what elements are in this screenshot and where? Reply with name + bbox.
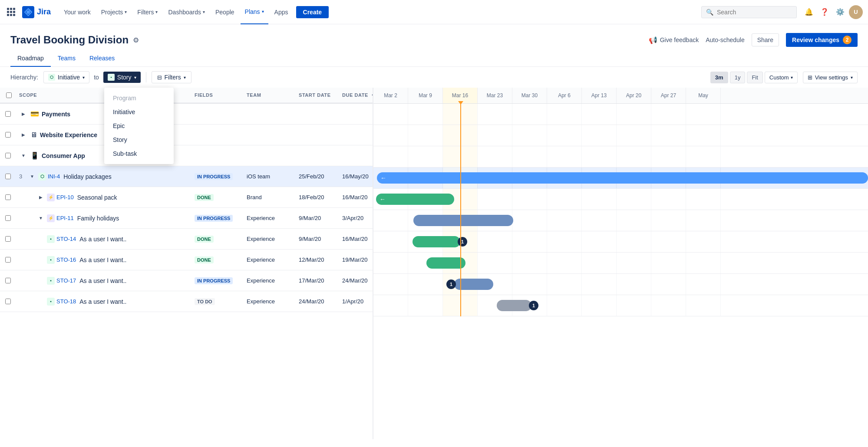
epi10-key[interactable]: EPI-10 xyxy=(56,194,74,200)
dropdown-item-initiative[interactable]: Initiative xyxy=(104,105,174,119)
sto17-icon: ▪ xyxy=(47,277,55,285)
row-checkbox[interactable] xyxy=(0,194,17,200)
nav-item-apps[interactable]: Apps xyxy=(270,0,293,24)
table-header: SCOPE FIELDS Team Start date Due date ··… xyxy=(0,88,373,104)
row-checkbox-sto17[interactable] xyxy=(5,278,11,283)
gantt-bar-sto17[interactable] xyxy=(454,279,493,290)
row-checkbox-website[interactable] xyxy=(5,132,11,138)
gantt-col-mar2: Mar 2 xyxy=(373,88,408,103)
table-row-ini4: 3 ▼ ⬡ INI-4 Holiday packages IN PROGRESS… xyxy=(0,166,373,187)
gantt-bar-ini4[interactable]: ← xyxy=(377,172,868,184)
time-controls: 3m 1y Fit Custom ▾ ⊞ View settings ▾ xyxy=(710,72,858,83)
autoschedule-button[interactable]: Auto-schedule xyxy=(706,36,745,43)
gantt-bar-sto16[interactable] xyxy=(426,257,465,269)
dropdown-item-program[interactable]: Program xyxy=(104,91,174,105)
tab-releases[interactable]: Releases xyxy=(83,50,122,67)
feedback-button[interactable]: 📢 Give feedback xyxy=(649,36,699,44)
sto14-status: DONE xyxy=(195,236,214,243)
dropdown-item-story[interactable]: Story xyxy=(104,133,174,147)
sto17-key[interactable]: STO-17 xyxy=(56,277,76,284)
hierarchy-to-button[interactable]: ▪ Story ▾ xyxy=(103,72,141,83)
expand-website-button[interactable]: ▶ xyxy=(19,131,28,139)
row-checkbox-payments[interactable] xyxy=(5,111,11,117)
row-checkbox[interactable] xyxy=(0,111,17,117)
row-checkbox-epi11[interactable] xyxy=(5,215,11,221)
grid-menu-icon[interactable] xyxy=(5,6,17,18)
gantt-bar-epi11[interactable] xyxy=(413,215,513,226)
hierarchy-from-button[interactable]: ⬡ Initiative ▾ xyxy=(43,71,89,83)
epi11-due: 3/Apr/20 xyxy=(339,215,373,221)
sto16-key[interactable]: STO-16 xyxy=(56,256,76,263)
row-checkbox-sto14[interactable] xyxy=(5,236,11,242)
sto18-key[interactable]: STO-18 xyxy=(56,298,76,305)
gantt-bar-sto18[interactable] xyxy=(497,300,531,311)
sto16-team: Experience xyxy=(243,256,295,263)
row-checkbox-ini4[interactable] xyxy=(5,174,11,179)
epi11-key[interactable]: EPI-11 xyxy=(56,215,74,221)
help-button[interactable]: ❓ xyxy=(818,5,832,19)
time-fit-button[interactable]: Fit xyxy=(747,72,762,83)
row-checkbox[interactable] xyxy=(0,174,17,179)
time-3m-button[interactable]: 3m xyxy=(710,72,728,83)
dropdown-item-subtask[interactable]: Sub-task xyxy=(104,147,174,161)
sto14-due: 16/Mar/20 xyxy=(339,236,373,242)
nav-item-people[interactable]: People xyxy=(211,0,239,24)
sto18-status: TO DO xyxy=(195,298,215,305)
tab-roadmap[interactable]: Roadmap xyxy=(10,50,51,67)
logo[interactable]: Jira xyxy=(22,6,51,18)
gantt-row-ini4: ← xyxy=(373,168,868,189)
gantt-row-sto16 xyxy=(373,253,868,274)
tab-teams[interactable]: Teams xyxy=(51,50,83,67)
expand-ini4-button[interactable]: ▼ xyxy=(28,172,36,181)
page-settings-icon[interactable]: ⚙ xyxy=(133,36,139,44)
share-button[interactable]: Share xyxy=(752,33,779,46)
row-checkbox[interactable] xyxy=(0,299,17,304)
time-custom-button[interactable]: Custom ▾ xyxy=(765,72,798,83)
gantt-bar-epi10[interactable]: ← xyxy=(376,194,454,205)
time-1y-button[interactable]: 1y xyxy=(730,72,746,83)
nav-item-filters[interactable]: Filters▾ xyxy=(133,0,162,24)
expand-epi11-button[interactable]: ▼ xyxy=(36,214,45,223)
gantt-col-may: May xyxy=(686,88,721,103)
gantt-col-mar16: Mar 16 xyxy=(443,88,478,103)
gantt-row-epi11 xyxy=(373,210,868,231)
search-input[interactable] xyxy=(717,9,792,16)
sto14-key[interactable]: STO-14 xyxy=(56,236,76,242)
view-settings-button[interactable]: ⊞ View settings ▾ xyxy=(803,72,858,83)
row-checkbox[interactable] xyxy=(0,132,17,138)
row-checkbox-sto18[interactable] xyxy=(5,299,11,304)
row-checkbox[interactable] xyxy=(0,236,17,242)
create-button[interactable]: Create xyxy=(296,6,329,18)
row-checkbox[interactable] xyxy=(0,153,17,158)
row-checkbox[interactable] xyxy=(0,215,17,221)
expand-epi10-button[interactable]: ▶ xyxy=(36,193,45,202)
row-checkbox[interactable] xyxy=(0,278,17,283)
filters-button[interactable]: ⊟ Filters ▾ xyxy=(152,71,191,83)
custom-chevron-icon: ▾ xyxy=(791,75,793,80)
select-all-checkbox[interactable] xyxy=(6,92,12,98)
settings-nav-button[interactable]: ⚙️ xyxy=(833,5,847,19)
row-checkbox[interactable] xyxy=(0,257,17,263)
user-avatar[interactable]: U xyxy=(849,5,863,19)
row-checkbox-consumer[interactable] xyxy=(5,153,11,158)
sto18-due: 1/Apr/20 xyxy=(339,298,373,305)
ini4-key[interactable]: INI-4 xyxy=(48,173,60,180)
dropdown-item-epic[interactable]: Epic xyxy=(104,119,174,133)
sto18-start: 24/Mar/20 xyxy=(295,298,339,305)
nav-item-projects[interactable]: Projects▾ xyxy=(97,0,132,24)
row-checkbox-sto16[interactable] xyxy=(5,257,11,263)
row-checkbox-epi10[interactable] xyxy=(5,194,11,200)
expand-consumer-button[interactable]: ▼ xyxy=(19,151,28,160)
jira-logo-icon xyxy=(22,6,34,18)
nav-item-your-work[interactable]: Your work xyxy=(59,0,95,24)
gantt-bar-sto14[interactable] xyxy=(413,236,460,247)
review-changes-button[interactable]: Review changes 2 xyxy=(786,33,858,47)
notifications-button[interactable]: 🔔 xyxy=(802,5,816,19)
nav-item-dashboards[interactable]: Dashboards▾ xyxy=(164,0,209,24)
search-box[interactable]: 🔍 xyxy=(701,6,797,18)
sto16-title: As a user I want.. xyxy=(79,256,126,263)
expand-payments-button[interactable]: ▶ xyxy=(19,110,28,118)
story-icon-small: ▪ xyxy=(108,74,115,81)
gantt-col-mar23: Mar 23 xyxy=(478,88,512,103)
nav-item-plans[interactable]: Plans▾ xyxy=(241,0,268,24)
